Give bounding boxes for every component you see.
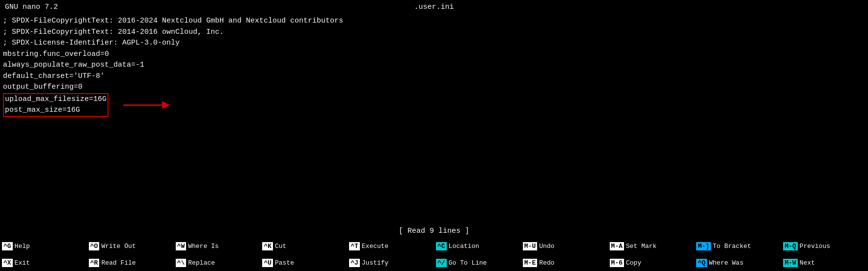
key-co: ^O: [89, 242, 100, 250]
key-ma: M-A: [610, 242, 624, 250]
label-exit: Exit: [15, 259, 30, 267]
label-paste: Paste: [275, 259, 294, 267]
shortcut-row-1: ^G Help ^O Write Out ^W Where Is ^K Cut …: [0, 238, 868, 254]
shortcut-write-out[interactable]: ^O Write Out: [87, 238, 174, 254]
key-mq: M-Q: [783, 242, 797, 250]
shortcut-execute[interactable]: ^T Execute: [347, 238, 434, 254]
label-justify: Justify: [362, 259, 389, 267]
key-ct: ^T: [349, 242, 360, 250]
label-go-to-line: Go To Line: [449, 259, 487, 267]
label-location: Location: [449, 243, 479, 250]
shortcut-cut[interactable]: ^K Cut: [260, 238, 347, 254]
label-copy: Copy: [626, 259, 641, 267]
key-cq: ^Q: [696, 259, 707, 267]
label-redo: Redo: [539, 259, 554, 267]
label-where-was: Where Was: [709, 259, 743, 267]
key-mw: M-W: [783, 259, 797, 267]
editor-line-8: upload_max_filesize=16G: [5, 94, 107, 105]
label-where-is: Where Is: [188, 243, 218, 250]
shortcut-go-to-line[interactable]: ^/ Go To Line: [434, 254, 521, 271]
editor-line-5: always_populate_raw_post_data=-1: [3, 60, 865, 71]
file-title: .user.ini: [414, 3, 454, 11]
key-cw: ^W: [176, 242, 187, 250]
key-me: M-E: [523, 259, 537, 267]
key-mu: M-U: [523, 242, 537, 250]
label-cut: Cut: [275, 243, 286, 250]
key-cslash: ^/: [436, 259, 447, 267]
label-execute: Execute: [362, 243, 389, 250]
key-cx: ^X: [2, 259, 13, 267]
shortcuts-panel: ^G Help ^O Write Out ^W Where Is ^K Cut …: [0, 238, 868, 271]
key-cj: ^J: [349, 259, 360, 267]
editor-line-4: mbstring.func_overload=0: [3, 49, 865, 60]
shortcut-to-bracket[interactable]: M-] To Bracket: [694, 238, 781, 254]
editor-line-6: default_charset='UTF-8': [3, 71, 865, 82]
app-title: GNU nano 7.2: [5, 3, 58, 11]
key-cr: ^R: [89, 259, 100, 267]
shortcut-replace[interactable]: ^\ Replace: [174, 254, 261, 271]
shortcut-paste[interactable]: ^U Paste: [260, 254, 347, 271]
shortcut-set-mark[interactable]: M-A Set Mark: [608, 238, 695, 254]
label-next: Next: [800, 259, 815, 267]
key-cbackslash: ^\: [176, 259, 187, 267]
shortcut-redo[interactable]: M-E Redo: [521, 254, 608, 271]
shortcut-copy[interactable]: M-6 Copy: [608, 254, 695, 271]
label-to-bracket: To Bracket: [713, 243, 751, 250]
key-cg: ^G: [2, 242, 13, 250]
shortcut-read-file[interactable]: ^R Read File: [87, 254, 174, 271]
label-write-out: Write Out: [101, 243, 136, 250]
label-set-mark: Set Mark: [626, 243, 656, 250]
editor-area[interactable]: ; SPDX-FileCopyrightText: 2016-2024 Next…: [0, 14, 868, 224]
status-message: [ Read 9 lines ]: [399, 227, 469, 235]
shortcut-next[interactable]: M-W Next: [781, 254, 868, 271]
shortcut-undo[interactable]: M-U Undo: [521, 238, 608, 254]
editor-line-3: ; SPDX-License-Identifier: AGPL-3.0-only: [3, 38, 865, 49]
label-help: Help: [15, 243, 30, 250]
shortcut-row-2: ^X Exit ^R Read File ^\ Replace ^U Paste…: [0, 254, 868, 271]
label-undo: Undo: [539, 243, 554, 250]
shortcut-previous[interactable]: M-Q Previous: [781, 238, 868, 254]
shortcut-justify[interactable]: ^J Justify: [347, 254, 434, 271]
shortcut-location[interactable]: ^C Location: [434, 238, 521, 254]
editor-line-2: ; SPDX-FileCopyrightText: 2014-2016 ownC…: [3, 27, 865, 38]
label-previous: Previous: [800, 243, 830, 250]
key-cc: ^C: [436, 242, 447, 250]
editor-line-9: post_max_size=16G: [5, 105, 107, 116]
shortcut-exit[interactable]: ^X Exit: [0, 254, 87, 271]
shortcut-where-is[interactable]: ^W Where Is: [174, 238, 261, 254]
key-m6: M-6: [610, 259, 624, 267]
label-replace: Replace: [188, 259, 215, 267]
shortcut-help[interactable]: ^G Help: [0, 238, 87, 254]
status-bar: [ Read 9 lines ]: [0, 224, 868, 238]
editor-line-7: output_buffering=0: [3, 82, 865, 93]
label-read-file: Read File: [101, 259, 136, 267]
shortcut-where-was[interactable]: ^Q Where Was: [694, 254, 781, 271]
key-cu: ^U: [262, 259, 273, 267]
editor-line-1: ; SPDX-FileCopyrightText: 2016-2024 Next…: [3, 16, 865, 27]
key-ck: ^K: [262, 242, 273, 250]
key-mbracket: M-]: [696, 242, 710, 250]
title-bar: GNU nano 7.2 .user.ini: [0, 0, 868, 14]
